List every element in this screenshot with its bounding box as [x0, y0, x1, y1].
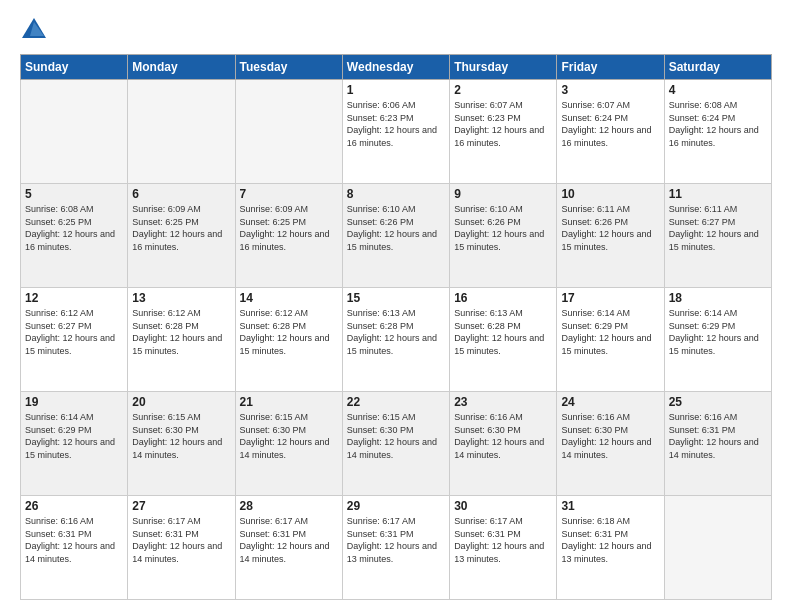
weekday-header-friday: Friday — [557, 55, 664, 80]
calendar-cell: 1Sunrise: 6:06 AM Sunset: 6:23 PM Daylig… — [342, 80, 449, 184]
calendar-cell: 21Sunrise: 6:15 AM Sunset: 6:30 PM Dayli… — [235, 392, 342, 496]
day-info: Sunrise: 6:15 AM Sunset: 6:30 PM Dayligh… — [240, 411, 338, 461]
day-number: 13 — [132, 291, 230, 305]
day-info: Sunrise: 6:15 AM Sunset: 6:30 PM Dayligh… — [347, 411, 445, 461]
calendar-cell: 25Sunrise: 6:16 AM Sunset: 6:31 PM Dayli… — [664, 392, 771, 496]
day-info: Sunrise: 6:12 AM Sunset: 6:28 PM Dayligh… — [240, 307, 338, 357]
calendar-cell: 22Sunrise: 6:15 AM Sunset: 6:30 PM Dayli… — [342, 392, 449, 496]
calendar-cell: 7Sunrise: 6:09 AM Sunset: 6:25 PM Daylig… — [235, 184, 342, 288]
calendar-cell: 23Sunrise: 6:16 AM Sunset: 6:30 PM Dayli… — [450, 392, 557, 496]
day-info: Sunrise: 6:10 AM Sunset: 6:26 PM Dayligh… — [454, 203, 552, 253]
day-info: Sunrise: 6:15 AM Sunset: 6:30 PM Dayligh… — [132, 411, 230, 461]
day-number: 9 — [454, 187, 552, 201]
calendar-cell: 18Sunrise: 6:14 AM Sunset: 6:29 PM Dayli… — [664, 288, 771, 392]
day-info: Sunrise: 6:08 AM Sunset: 6:24 PM Dayligh… — [669, 99, 767, 149]
calendar-cell: 27Sunrise: 6:17 AM Sunset: 6:31 PM Dayli… — [128, 496, 235, 600]
day-info: Sunrise: 6:14 AM Sunset: 6:29 PM Dayligh… — [561, 307, 659, 357]
day-number: 18 — [669, 291, 767, 305]
header — [20, 16, 772, 44]
calendar-cell — [128, 80, 235, 184]
day-info: Sunrise: 6:09 AM Sunset: 6:25 PM Dayligh… — [240, 203, 338, 253]
day-number: 24 — [561, 395, 659, 409]
weekday-header-sunday: Sunday — [21, 55, 128, 80]
week-row-4: 19Sunrise: 6:14 AM Sunset: 6:29 PM Dayli… — [21, 392, 772, 496]
day-number: 8 — [347, 187, 445, 201]
day-info: Sunrise: 6:14 AM Sunset: 6:29 PM Dayligh… — [669, 307, 767, 357]
calendar-cell: 8Sunrise: 6:10 AM Sunset: 6:26 PM Daylig… — [342, 184, 449, 288]
day-info: Sunrise: 6:16 AM Sunset: 6:30 PM Dayligh… — [561, 411, 659, 461]
day-info: Sunrise: 6:17 AM Sunset: 6:31 PM Dayligh… — [132, 515, 230, 565]
calendar-cell: 17Sunrise: 6:14 AM Sunset: 6:29 PM Dayli… — [557, 288, 664, 392]
calendar-cell: 31Sunrise: 6:18 AM Sunset: 6:31 PM Dayli… — [557, 496, 664, 600]
weekday-header-tuesday: Tuesday — [235, 55, 342, 80]
day-info: Sunrise: 6:17 AM Sunset: 6:31 PM Dayligh… — [240, 515, 338, 565]
calendar-cell: 13Sunrise: 6:12 AM Sunset: 6:28 PM Dayli… — [128, 288, 235, 392]
calendar-cell: 28Sunrise: 6:17 AM Sunset: 6:31 PM Dayli… — [235, 496, 342, 600]
week-row-1: 1Sunrise: 6:06 AM Sunset: 6:23 PM Daylig… — [21, 80, 772, 184]
calendar-cell: 24Sunrise: 6:16 AM Sunset: 6:30 PM Dayli… — [557, 392, 664, 496]
day-number: 6 — [132, 187, 230, 201]
day-info: Sunrise: 6:17 AM Sunset: 6:31 PM Dayligh… — [347, 515, 445, 565]
weekday-header-wednesday: Wednesday — [342, 55, 449, 80]
page: SundayMondayTuesdayWednesdayThursdayFrid… — [0, 0, 792, 612]
day-number: 20 — [132, 395, 230, 409]
day-info: Sunrise: 6:16 AM Sunset: 6:31 PM Dayligh… — [669, 411, 767, 461]
day-info: Sunrise: 6:10 AM Sunset: 6:26 PM Dayligh… — [347, 203, 445, 253]
day-number: 5 — [25, 187, 123, 201]
calendar-cell: 5Sunrise: 6:08 AM Sunset: 6:25 PM Daylig… — [21, 184, 128, 288]
day-number: 2 — [454, 83, 552, 97]
day-number: 16 — [454, 291, 552, 305]
weekday-header-saturday: Saturday — [664, 55, 771, 80]
day-number: 21 — [240, 395, 338, 409]
day-info: Sunrise: 6:12 AM Sunset: 6:27 PM Dayligh… — [25, 307, 123, 357]
weekday-header-row: SundayMondayTuesdayWednesdayThursdayFrid… — [21, 55, 772, 80]
day-number: 22 — [347, 395, 445, 409]
day-info: Sunrise: 6:07 AM Sunset: 6:24 PM Dayligh… — [561, 99, 659, 149]
day-number: 30 — [454, 499, 552, 513]
day-number: 28 — [240, 499, 338, 513]
day-number: 27 — [132, 499, 230, 513]
logo-icon — [20, 16, 48, 44]
day-number: 1 — [347, 83, 445, 97]
day-info: Sunrise: 6:08 AM Sunset: 6:25 PM Dayligh… — [25, 203, 123, 253]
calendar-cell — [235, 80, 342, 184]
day-info: Sunrise: 6:17 AM Sunset: 6:31 PM Dayligh… — [454, 515, 552, 565]
day-info: Sunrise: 6:13 AM Sunset: 6:28 PM Dayligh… — [347, 307, 445, 357]
week-row-2: 5Sunrise: 6:08 AM Sunset: 6:25 PM Daylig… — [21, 184, 772, 288]
day-number: 12 — [25, 291, 123, 305]
day-info: Sunrise: 6:13 AM Sunset: 6:28 PM Dayligh… — [454, 307, 552, 357]
calendar-cell: 30Sunrise: 6:17 AM Sunset: 6:31 PM Dayli… — [450, 496, 557, 600]
calendar-cell — [21, 80, 128, 184]
calendar-cell: 20Sunrise: 6:15 AM Sunset: 6:30 PM Dayli… — [128, 392, 235, 496]
day-number: 29 — [347, 499, 445, 513]
day-number: 31 — [561, 499, 659, 513]
weekday-header-monday: Monday — [128, 55, 235, 80]
day-info: Sunrise: 6:16 AM Sunset: 6:31 PM Dayligh… — [25, 515, 123, 565]
calendar-table: SundayMondayTuesdayWednesdayThursdayFrid… — [20, 54, 772, 600]
calendar-cell: 14Sunrise: 6:12 AM Sunset: 6:28 PM Dayli… — [235, 288, 342, 392]
day-info: Sunrise: 6:09 AM Sunset: 6:25 PM Dayligh… — [132, 203, 230, 253]
calendar-cell: 9Sunrise: 6:10 AM Sunset: 6:26 PM Daylig… — [450, 184, 557, 288]
week-row-5: 26Sunrise: 6:16 AM Sunset: 6:31 PM Dayli… — [21, 496, 772, 600]
day-number: 26 — [25, 499, 123, 513]
day-number: 15 — [347, 291, 445, 305]
day-info: Sunrise: 6:12 AM Sunset: 6:28 PM Dayligh… — [132, 307, 230, 357]
week-row-3: 12Sunrise: 6:12 AM Sunset: 6:27 PM Dayli… — [21, 288, 772, 392]
day-number: 11 — [669, 187, 767, 201]
calendar-cell — [664, 496, 771, 600]
day-info: Sunrise: 6:14 AM Sunset: 6:29 PM Dayligh… — [25, 411, 123, 461]
day-number: 19 — [25, 395, 123, 409]
day-number: 10 — [561, 187, 659, 201]
calendar-cell: 29Sunrise: 6:17 AM Sunset: 6:31 PM Dayli… — [342, 496, 449, 600]
calendar-cell: 16Sunrise: 6:13 AM Sunset: 6:28 PM Dayli… — [450, 288, 557, 392]
calendar-cell: 12Sunrise: 6:12 AM Sunset: 6:27 PM Dayli… — [21, 288, 128, 392]
calendar-cell: 3Sunrise: 6:07 AM Sunset: 6:24 PM Daylig… — [557, 80, 664, 184]
day-info: Sunrise: 6:16 AM Sunset: 6:30 PM Dayligh… — [454, 411, 552, 461]
day-number: 23 — [454, 395, 552, 409]
calendar-cell: 10Sunrise: 6:11 AM Sunset: 6:26 PM Dayli… — [557, 184, 664, 288]
calendar-cell: 19Sunrise: 6:14 AM Sunset: 6:29 PM Dayli… — [21, 392, 128, 496]
day-number: 4 — [669, 83, 767, 97]
day-number: 17 — [561, 291, 659, 305]
day-info: Sunrise: 6:18 AM Sunset: 6:31 PM Dayligh… — [561, 515, 659, 565]
day-info: Sunrise: 6:11 AM Sunset: 6:27 PM Dayligh… — [669, 203, 767, 253]
